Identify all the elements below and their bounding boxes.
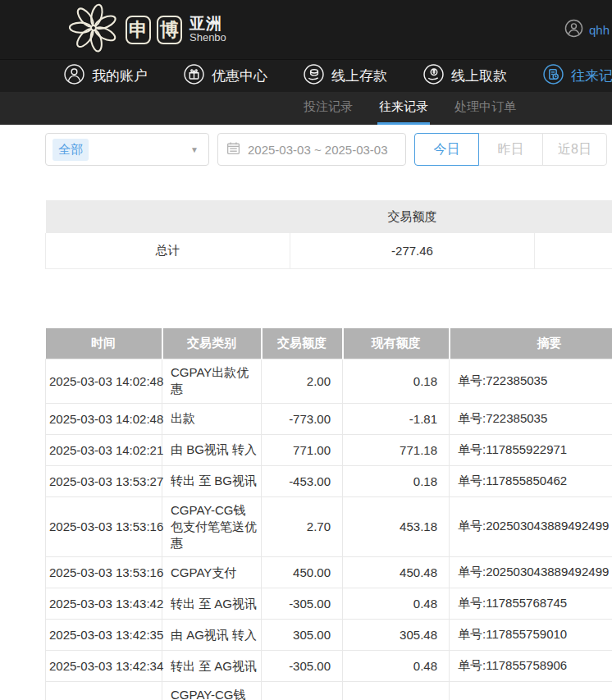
- top-bar: 申 博 亚洲 Shenbo qhh: [0, 0, 612, 59]
- cell-balance: 453.18: [343, 496, 450, 557]
- user-block[interactable]: qhh: [564, 19, 610, 41]
- cell-type: 转出 至 AG视讯: [162, 588, 262, 620]
- cell-type: CGPAY-CG钱包支付笔笔送优惠: [162, 496, 262, 557]
- deposit-icon: [304, 64, 324, 89]
- nav-item-transaction-records[interactable]: 往来记录: [543, 64, 612, 89]
- cell-memo: 单号:117855768745: [450, 588, 612, 620]
- summary-total-amount: -277.46: [290, 233, 535, 268]
- summary-total-row: 总计 -277.46: [46, 233, 612, 268]
- cell-type: 转出 至 BG视讯: [162, 465, 262, 496]
- cell-amount: 771.00: [262, 434, 343, 465]
- nav-label: 线上取款: [451, 66, 507, 85]
- table-row: 2025-03-03 13:43:42 转出 至 AG视讯 -305.00 0.…: [46, 588, 612, 620]
- summary-table: 交易额度 总计 -277.46: [45, 200, 612, 269]
- quick-date-buttons: 今日 昨日 近8日: [414, 133, 607, 166]
- brand-char-bo: 博: [157, 16, 182, 44]
- cell-type: 由 BG视讯 转入: [162, 434, 262, 465]
- table-row: 2025-03-03 13:53:27 转出 至 BG视讯 -453.00 0.…: [46, 465, 612, 496]
- cell-amount: -453.00: [262, 465, 343, 496]
- cell-amount: -305.00: [262, 651, 343, 682]
- summary-header-row: 交易额度: [46, 200, 612, 233]
- cell-memo: 单号:117855759010: [450, 620, 612, 651]
- cell-time: 2025-03-03 13:42:19: [46, 682, 162, 700]
- cell-time: 2025-03-03 13:42:34: [46, 651, 162, 682]
- cell-time: 2025-03-03 13:53:16: [46, 496, 162, 557]
- cell-memo: 单号:722385035: [450, 359, 612, 404]
- cell-type: 转出 至 AG视讯: [162, 651, 262, 682]
- summary-total-label: 总计: [46, 233, 290, 268]
- nav-label: 往来记录: [571, 66, 612, 85]
- cell-type: 出款: [162, 403, 262, 434]
- cell-balance: 0.18: [343, 465, 450, 496]
- tab-bar: 投注记录 往来记录 处理中订单: [0, 92, 612, 125]
- table-row: 2025-03-03 14:02:21 由 BG视讯 转入 771.00 771…: [46, 434, 612, 465]
- nav-item-my-account[interactable]: 我的账户: [64, 64, 148, 89]
- filter-row: 全部 ▼ 2025-03-03 ~ 2025-03-03 今日 昨日 近8日: [45, 133, 612, 166]
- table-row: 2025-03-03 13:53:16 CGPAY支付 450.00 450.4…: [46, 557, 612, 588]
- cell-time: 2025-03-03 13:53:16: [46, 557, 162, 588]
- table-row: 2025-03-03 14:02:48 出款 -773.00 -1.81 单号:…: [46, 403, 612, 434]
- flower-logo-icon: [69, 3, 118, 56]
- tab-pending-orders[interactable]: 处理中订单: [453, 92, 518, 125]
- date-range-input[interactable]: 2025-03-03 ~ 2025-03-03: [217, 133, 406, 166]
- type-select-value: 全部: [53, 139, 89, 161]
- username: qhh: [589, 23, 610, 37]
- cell-balance: 305.48: [343, 682, 450, 700]
- main-nav: 我的账户 优惠中心: [0, 59, 612, 92]
- cell-amount: -305.00: [262, 588, 343, 620]
- records-header-row: 时间 交易类别 交易额度 现有额度 摘要: [46, 328, 612, 359]
- table-row: 2025-03-03 13:42:34 转出 至 AG视讯 -305.00 0.…: [46, 651, 612, 682]
- brand-latin: Shenbo: [190, 32, 226, 43]
- records-icon: [543, 64, 564, 89]
- type-select[interactable]: 全部 ▼: [45, 133, 209, 166]
- tab-transaction-records[interactable]: 往来记录: [377, 92, 430, 125]
- cell-memo: 单号:202503043889482570: [450, 682, 612, 700]
- calendar-icon: [226, 141, 240, 158]
- col-header-balance: 现有额度: [343, 328, 450, 359]
- nav-item-online-withdraw[interactable]: 线上取款: [423, 64, 507, 89]
- records-table: 时间 交易类别 交易额度 现有额度 摘要 2025-03-03 14:02:48…: [45, 328, 612, 700]
- cell-time: 2025-03-03 14:02:21: [46, 434, 162, 465]
- avatar-icon: [564, 19, 583, 41]
- cell-amount: -773.00: [262, 403, 343, 434]
- cell-balance: 305.48: [343, 620, 450, 651]
- summary-header-empty: [535, 200, 612, 233]
- cell-balance: 0.48: [343, 588, 450, 620]
- cell-time: 2025-03-03 13:43:42: [46, 588, 162, 620]
- account-icon: [64, 64, 84, 89]
- nav-label: 我的账户: [92, 66, 148, 85]
- table-row: 2025-03-03 13:42:35 由 AG视讯 转入 305.00 305…: [46, 620, 612, 651]
- cell-amount: 2.00: [262, 359, 343, 404]
- brand-logo[interactable]: 申 博 亚洲 Shenbo: [0, 0, 612, 59]
- withdraw-icon: [423, 64, 444, 89]
- cell-amount: 305.00: [262, 620, 343, 651]
- cell-memo: 单号:202503043889492499: [450, 496, 612, 557]
- nav-label: 线上存款: [331, 66, 387, 85]
- tab-betting-records[interactable]: 投注记录: [302, 92, 354, 125]
- last-8-days-button[interactable]: 近8日: [542, 133, 607, 166]
- cell-amount: 1.80: [262, 682, 343, 700]
- cell-time: 2025-03-03 13:42:35: [46, 620, 162, 651]
- cell-balance: 450.48: [343, 557, 450, 588]
- cell-memo: 单号:202503043889492499: [450, 557, 612, 588]
- cell-type: CGPAY出款优惠: [162, 359, 262, 404]
- brand-char-shen: 申: [126, 16, 151, 44]
- brand-region: 亚洲: [190, 16, 226, 32]
- col-header-time: 时间: [46, 328, 162, 359]
- cell-balance: -1.81: [343, 403, 450, 434]
- nav-label: 优惠中心: [212, 66, 267, 85]
- cell-balance: 0.48: [343, 651, 450, 682]
- col-header-type: 交易类别: [162, 328, 262, 359]
- summary-header-empty: [46, 200, 290, 233]
- cell-type: CGPAY-CG钱包支付笔笔送优惠: [162, 682, 262, 700]
- nav-item-online-deposit[interactable]: 线上存款: [304, 64, 387, 89]
- cell-type: CGPAY支付: [162, 557, 262, 588]
- cell-memo: 单号:117855922971: [450, 434, 612, 465]
- cell-time: 2025-03-03 14:02:48: [46, 359, 162, 404]
- cell-time: 2025-03-03 14:02:48: [46, 403, 162, 434]
- cell-amount: 2.70: [262, 496, 343, 557]
- yesterday-button[interactable]: 昨日: [478, 133, 543, 166]
- col-header-memo: 摘要: [450, 328, 612, 359]
- nav-item-promo-center[interactable]: 优惠中心: [184, 64, 267, 89]
- today-button[interactable]: 今日: [414, 133, 479, 166]
